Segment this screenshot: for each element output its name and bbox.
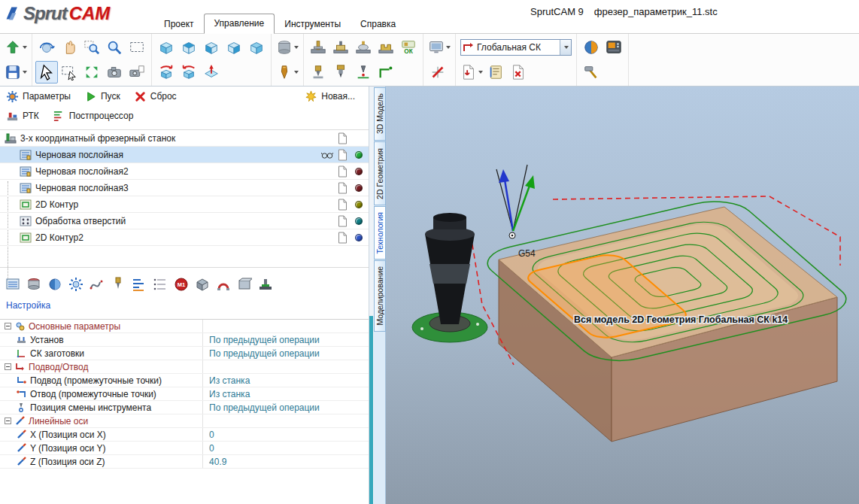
operation-row[interactable]: Черновая послойная3 <box>0 180 369 196</box>
rotate-view-cw-button[interactable] <box>155 61 178 83</box>
grid-item-row[interactable]: Подвод (промежуточные точки) Из станка <box>0 374 369 387</box>
tab-simulation[interactable]: Моделирование <box>374 260 386 332</box>
tool-block-button[interactable] <box>307 61 329 83</box>
dropdown-caret-icon[interactable] <box>294 46 299 49</box>
model-mini-button[interactable] <box>45 275 64 293</box>
setup-link[interactable]: Настройка <box>6 300 50 311</box>
tool-button[interactable] <box>275 61 300 83</box>
dropdown-caret-icon[interactable] <box>446 46 451 49</box>
menu-project[interactable]: Проект <box>154 15 204 34</box>
workpiece-mini-button[interactable] <box>24 275 43 293</box>
zoom-button[interactable] <box>103 36 126 59</box>
levels-button[interactable] <box>129 275 148 293</box>
dropdown-caret-icon[interactable] <box>294 71 299 74</box>
select-cursor-button[interactable] <box>35 61 58 83</box>
grid-item-row[interactable]: Y (Позиция оси Y) 0 <box>0 442 369 455</box>
start-button[interactable]: Пуск <box>84 90 120 103</box>
solid-view-button[interactable] <box>235 275 253 293</box>
view-top-button[interactable] <box>178 36 200 59</box>
settings-gear-button[interactable] <box>66 275 85 293</box>
menu-control[interactable]: Управление <box>204 14 275 34</box>
cutting-tool[interactable] <box>412 213 487 342</box>
tool-position-button[interactable] <box>352 61 375 83</box>
tab-technology[interactable]: Технология <box>374 206 386 260</box>
collapse-icon[interactable] <box>5 363 11 370</box>
m1-stop-button[interactable]: M1 <box>171 275 190 293</box>
machine-panel-button[interactable] <box>603 36 625 59</box>
param-value[interactable]: 0 <box>203 443 214 454</box>
select-rect-button[interactable] <box>58 61 80 83</box>
rotate-view-ccw-button[interactable] <box>178 61 200 83</box>
collapse-icon[interactable] <box>5 417 11 424</box>
param-value[interactable]: По предыдущей операции <box>203 348 320 359</box>
snapshot-button[interactable] <box>103 61 126 83</box>
grid-group-row[interactable]: Линейные оси <box>0 414 369 428</box>
snapshot-list-button[interactable] <box>126 61 148 83</box>
dropdown-caret-icon[interactable] <box>23 46 27 49</box>
passes-button[interactable] <box>150 275 169 293</box>
virtual-machine-button[interactable] <box>426 36 452 59</box>
machine-sim-button[interactable] <box>256 275 275 293</box>
operation-params-button[interactable] <box>3 275 22 293</box>
delete-document-button[interactable] <box>507 61 530 83</box>
view-front-button[interactable] <box>200 36 223 59</box>
job-report-button[interactable] <box>484 61 507 83</box>
dropdown-caret-icon[interactable] <box>23 71 27 74</box>
grid-item-row[interactable]: СК заготовки По предыдущей операции <box>0 347 369 360</box>
viewport-3d[interactable]: G54 Вся модель 2D Геометрия Глобальная С… <box>386 87 859 504</box>
grid-item-row[interactable]: Установ По предыдущей операции <box>0 333 369 347</box>
view-back-button[interactable] <box>245 36 268 59</box>
grid-item-row[interactable]: X (Позиция оси X) 0 <box>0 428 369 442</box>
document-icon[interactable] <box>338 199 348 211</box>
tools-hammer-button[interactable] <box>580 61 603 83</box>
document-icon[interactable] <box>338 149 348 161</box>
import-model-button[interactable] <box>3 36 29 59</box>
operation-row[interactable]: Черновая послойная2 <box>0 163 369 180</box>
interference-button[interactable] <box>214 275 232 293</box>
view-normal-button[interactable] <box>200 61 223 83</box>
grid-group-row[interactable]: Подвод/Отвод <box>0 360 369 374</box>
tool-assembly-button[interactable] <box>329 61 352 83</box>
grid-item-row[interactable]: Отвод (промежуточные точки) Из станка <box>0 387 369 401</box>
parameters-button[interactable]: Параметры <box>6 90 71 103</box>
part-setup-button[interactable] <box>352 36 375 59</box>
pan-view-button[interactable] <box>58 36 80 59</box>
workpiece-setup-button[interactable] <box>329 36 352 59</box>
cs-selector-dropdown[interactable] <box>560 40 571 55</box>
view-iso-button[interactable] <box>155 36 178 59</box>
export-gcode-button[interactable] <box>459 61 484 83</box>
3d-scene[interactable]: G54 Вся модель 2D Геометрия Глобальная С… <box>386 87 859 504</box>
rtk-button[interactable]: РТК <box>6 110 39 123</box>
grid-item-row[interactable]: Позиция смены инструмента По предыдущей … <box>0 401 369 414</box>
operation-row[interactable]: 2D Контур <box>0 196 369 213</box>
tab-2d-geometry[interactable]: 2D Геометрия <box>374 141 386 205</box>
operation-row[interactable]: Черновая послойная <box>0 147 369 163</box>
document-icon[interactable] <box>338 132 348 144</box>
document-icon[interactable] <box>338 182 348 194</box>
save-project-button[interactable] <box>3 61 29 83</box>
approve-ok-button[interactable]: ОК <box>397 36 420 59</box>
machine-row[interactable]: 3-х координатный фрезерный станок <box>0 130 369 147</box>
operation-row[interactable]: 2D Контур2 <box>0 229 369 246</box>
rotate-view-button[interactable] <box>35 36 58 59</box>
dropdown-caret-icon[interactable] <box>478 71 483 74</box>
tab-3d-model[interactable]: 3D Модель <box>374 87 386 141</box>
menu-help[interactable]: Справка <box>351 15 405 34</box>
select-window-button[interactable] <box>126 36 148 59</box>
param-value[interactable]: 40.9 <box>203 457 226 467</box>
workpiece-button[interactable] <box>275 36 300 59</box>
hide-axes-button[interactable] <box>426 61 449 83</box>
document-icon[interactable] <box>338 215 348 227</box>
tool-mini-button[interactable] <box>108 275 127 293</box>
collapse-icon[interactable] <box>5 323 11 329</box>
grid-item-row[interactable]: Z (Позиция оси Z) 40.9 <box>0 455 369 469</box>
param-value[interactable]: Из станка <box>203 389 250 399</box>
view-right-button[interactable] <box>223 36 245 59</box>
postprocessor-button[interactable]: Постпроцессор <box>53 110 134 123</box>
param-value[interactable]: По предыдущей операции <box>203 402 320 413</box>
geometry-curves-button[interactable] <box>87 275 106 293</box>
param-value[interactable]: По предыдущей операции <box>203 335 320 345</box>
menu-tools[interactable]: Инструменты <box>275 15 351 34</box>
document-icon[interactable] <box>338 165 348 178</box>
panel-scrollbar[interactable] <box>369 316 373 504</box>
